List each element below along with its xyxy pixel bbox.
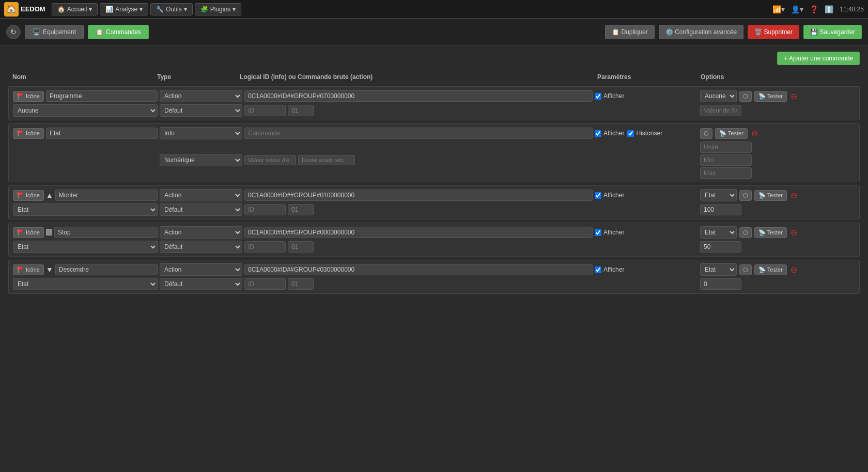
subtype2-select-etat[interactable]: Numérique [160, 154, 242, 166]
share-button-monter[interactable]: ⬡ [739, 190, 752, 201]
subtype2-select-descendre[interactable]: Défaut [160, 278, 242, 290]
type-select-stop[interactable]: Action Info [160, 226, 242, 239]
options-select-monter[interactable]: Etat Aucune [700, 189, 737, 201]
historiser-checkbox-etat[interactable] [627, 130, 634, 137]
info-icon[interactable]: ℹ️ [825, 5, 833, 13]
logical-input-etat[interactable] [244, 128, 593, 139]
id-input-descendre[interactable] [244, 278, 286, 290]
afficher-check-etat[interactable]: Afficher [595, 130, 624, 137]
share-button-stop[interactable]: ⬡ [739, 227, 752, 238]
subtype-cell-monter: Etat [13, 203, 158, 216]
sauvegarder-button[interactable]: 💾 Sauvegarder [803, 25, 862, 39]
remove-button-stop[interactable]: ⊖ [789, 228, 798, 238]
logical-input-descendre[interactable] [244, 264, 593, 275]
type-select-monter[interactable]: Action Info [160, 189, 242, 201]
historiser-check-etat[interactable]: Historiser [627, 130, 662, 137]
tester-button-etat[interactable]: 📡 Tester [715, 128, 748, 139]
ajouter-commande-button[interactable]: + Ajouter une commande [777, 52, 860, 65]
header-type: Type [157, 73, 240, 81]
subtype-select-programme[interactable]: Aucune Défaut [13, 104, 158, 117]
user-icon[interactable]: 👤▾ [791, 5, 803, 13]
config-button[interactable]: ⚙️ Configuration avancée [659, 25, 743, 39]
remove-button-descendre[interactable]: ⊖ [789, 265, 798, 275]
max-input-etat[interactable] [700, 167, 752, 179]
share-button-descendre[interactable]: ⬡ [739, 264, 752, 275]
nav-right: 📶▾ 👤▾ ❓ ℹ️ 11:48:25 [772, 5, 864, 13]
afficher-check-stop[interactable]: Afficher [595, 229, 624, 236]
afficher-checkbox-stop[interactable] [595, 229, 601, 236]
subtype2-select-monter[interactable]: Défaut [160, 203, 242, 216]
icone-button-programme[interactable]: 🚩 Icône [13, 91, 44, 102]
nav-accueil[interactable]: 🏠 Accueil ▾ [52, 3, 98, 15]
share-button-programme[interactable]: ⬡ [739, 91, 752, 102]
tester-button-monter[interactable]: 📡 Tester [754, 190, 787, 201]
remove-button-etat[interactable]: ⊖ [750, 129, 759, 138]
id-input-stop[interactable] [244, 241, 286, 253]
subtype2-select-stop[interactable]: Défaut [160, 241, 242, 253]
id-input-monter[interactable] [244, 204, 286, 215]
duree-input-etat[interactable] [298, 155, 355, 165]
afficher-checkbox-etat[interactable] [595, 130, 601, 137]
stacked-val-stop[interactable] [700, 241, 741, 253]
share-button-etat[interactable]: ⬡ [700, 128, 712, 139]
options-select-stop[interactable]: Etat Aucune [700, 226, 737, 239]
afficher-check-programme[interactable]: Afficher [595, 92, 624, 100]
icone-button-etat[interactable]: 🚩 Icône [13, 128, 44, 139]
options-row2-descendre [700, 278, 855, 290]
stacked-val-monter[interactable] [700, 204, 741, 215]
name-input-programme[interactable] [46, 90, 158, 102]
remove-button-monter[interactable]: ⊖ [789, 191, 798, 200]
tab-commandes[interactable]: 📋 Commandes [88, 25, 149, 39]
afficher-checkbox-descendre[interactable] [595, 266, 601, 273]
afficher-check-monter[interactable]: Afficher [595, 192, 624, 199]
id-row-descendre [244, 278, 593, 290]
id-val-stop[interactable] [288, 241, 314, 253]
afficher-check-descendre[interactable]: Afficher [595, 266, 624, 273]
subtype-select-monter[interactable]: Etat [13, 203, 158, 216]
options-select-descendre[interactable]: Etat Aucune [700, 263, 737, 276]
name-input-etat[interactable] [46, 128, 158, 139]
icone-button-descendre[interactable]: 🚩 Icône [13, 264, 44, 275]
tester-button-programme[interactable]: 📡 Tester [754, 91, 787, 102]
tab-equipement[interactable]: 🖥️ Equipement [25, 25, 84, 39]
nav-analyse[interactable]: 📊 Analyse ▾ [100, 3, 148, 15]
id-val-programme[interactable] [288, 105, 314, 116]
afficher-checkbox-monter[interactable] [595, 192, 601, 199]
subtype-select-descendre[interactable]: Etat [13, 278, 158, 290]
remove-button-programme[interactable]: ⊖ [789, 91, 798, 101]
id-val-descendre[interactable] [288, 278, 314, 290]
name-input-descendre[interactable] [55, 264, 158, 275]
unite-input-etat[interactable] [700, 141, 752, 153]
valeur-retour-input-etat[interactable] [244, 155, 296, 165]
type-select-programme[interactable]: Action Info [160, 90, 242, 102]
options-select-programme[interactable]: Aucune Etat [700, 90, 737, 102]
nav-plugins[interactable]: 🧩 Plugins ▾ [195, 3, 241, 15]
logical-input-programme[interactable] [244, 90, 593, 102]
name-input-monter[interactable] [55, 190, 158, 201]
min-input-etat[interactable] [700, 154, 752, 166]
icone-button-monter[interactable]: 🚩 Icône [13, 190, 44, 201]
name-cell-stop: 🚩 Icône [13, 227, 158, 238]
stacked-val-descendre[interactable] [700, 278, 741, 290]
subtype-select-stop[interactable]: Etat [13, 241, 158, 253]
logical-input-monter[interactable] [244, 190, 593, 201]
nav-outils[interactable]: 🔧 Outils ▾ [150, 3, 193, 15]
dupliquer-button[interactable]: 📋 Dupliquer [605, 25, 655, 39]
refresh-button[interactable]: ↻ [6, 25, 21, 39]
tester-button-descendre[interactable]: 📡 Tester [754, 264, 787, 275]
supprimer-button[interactable]: 🗑️ Supprimer [748, 25, 799, 39]
subtype2-select-programme[interactable]: Défaut [160, 104, 242, 117]
id-val-monter[interactable] [288, 204, 314, 215]
afficher-checkbox-programme[interactable] [595, 93, 601, 100]
id-input-programme[interactable] [244, 105, 286, 116]
logical-input-stop[interactable] [244, 227, 593, 238]
icone-button-stop[interactable]: 🚩 Icône [13, 227, 44, 238]
help-icon[interactable]: ❓ [810, 5, 818, 13]
type-select-descendre[interactable]: Action Info [160, 263, 242, 276]
name-input-stop[interactable] [54, 227, 158, 238]
valeur-input-programme[interactable] [700, 105, 741, 116]
type-select-etat[interactable]: Info Action [160, 127, 242, 139]
wifi-icon[interactable]: 📶▾ [772, 5, 785, 13]
tester-button-stop[interactable]: 📡 Tester [754, 227, 787, 238]
param-cell-descendre: Afficher [595, 266, 698, 273]
